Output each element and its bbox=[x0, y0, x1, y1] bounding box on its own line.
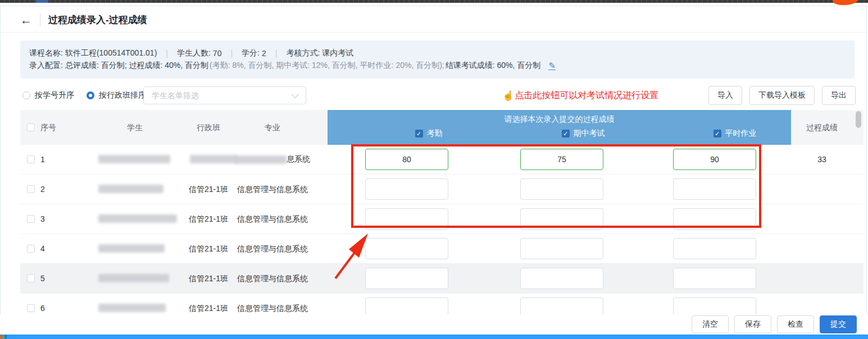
homework-score-input[interactable] bbox=[673, 238, 756, 259]
homework-column-toggle[interactable]: ✓ 平时作业 bbox=[701, 129, 769, 139]
row-checkbox[interactable] bbox=[27, 245, 35, 253]
checkbox-checked-icon[interactable]: ✓ bbox=[714, 130, 721, 138]
config-label: 录入配置: bbox=[29, 61, 63, 71]
major-cell: 信息管理与信息系统 bbox=[228, 264, 317, 293]
major-redacted bbox=[235, 155, 287, 164]
annotation-tip-text: 点击此按钮可以对考试情况进行设置 bbox=[515, 90, 658, 102]
row-checkbox[interactable] bbox=[27, 215, 35, 223]
separator: | bbox=[230, 49, 233, 58]
back-arrow-icon[interactable]: ← bbox=[20, 14, 32, 26]
footer-bar: 清空 保存 检查 提交 bbox=[0, 314, 868, 335]
scrollbar-thumb[interactable] bbox=[856, 111, 861, 128]
course-info-line1: 课程名称: 软件工程(100514T001.01) | 学生人数: 70 | 学… bbox=[29, 48, 846, 58]
export-button[interactable]: 导出 bbox=[822, 86, 856, 105]
major-cell: 信息管理与信息系统 bbox=[228, 234, 317, 263]
separator: | bbox=[275, 49, 278, 58]
homework-score-input[interactable] bbox=[673, 208, 756, 230]
sort-by-class-radio[interactable]: 按行政班排序 bbox=[87, 90, 146, 100]
sort-by-id-radio[interactable]: 按学号升序 bbox=[22, 90, 74, 100]
edit-config-icon[interactable]: ✎ bbox=[548, 62, 556, 70]
major-suffix: 息系统 bbox=[287, 154, 310, 164]
col-header-student: 学生 bbox=[98, 110, 171, 145]
table-row: 2 信管21-1班 信息管理与信息系统 bbox=[20, 175, 864, 204]
browser-top-strip bbox=[0, 0, 868, 3]
row-number: 2 bbox=[40, 175, 45, 204]
student-name-redacted bbox=[98, 185, 163, 193]
radio-checked-icon[interactable] bbox=[87, 91, 94, 99]
attendance-score-input[interactable] bbox=[365, 238, 448, 259]
row-checkbox[interactable] bbox=[27, 304, 35, 312]
pointing-hand-icon: ☝ bbox=[502, 90, 514, 102]
midterm-column-toggle[interactable]: ✓ 期中考试 bbox=[549, 129, 617, 139]
grades-table: 序号 学生 行政班 专业 请选择本次录入提交的过程成绩 ✓ 考勤 ✓ 期中考试 … bbox=[20, 110, 864, 321]
check-button[interactable]: 检查 bbox=[777, 315, 814, 333]
row-number: 4 bbox=[40, 234, 45, 263]
table-body: 1 息系统 33 2 信管21-1班 信息管理与信息系统 bbox=[20, 145, 864, 323]
major-cell: 信息管理与信息系统 bbox=[228, 175, 317, 204]
config-main: 总评成绩: 百分制; 过程成绩: 40%, 百分制 bbox=[65, 61, 208, 71]
checkbox-checked-icon[interactable]: ✓ bbox=[562, 130, 570, 138]
table-row: 3 信管21-1班 信息管理与信息系统 bbox=[20, 204, 864, 234]
credit-label: 学分: bbox=[242, 48, 260, 58]
process-score-total: 33 bbox=[791, 145, 853, 174]
table-row: 4 信管21-1班 信息管理与信息系统 bbox=[20, 234, 864, 264]
homework-score-input[interactable] bbox=[673, 268, 756, 289]
chevron-down-icon bbox=[292, 91, 299, 98]
attendance-column-toggle[interactable]: ✓ 考勤 bbox=[395, 129, 462, 139]
config-final: 结课考试成绩: 60%, 百分制 bbox=[446, 61, 541, 71]
header-divider bbox=[40, 13, 40, 26]
annotation-tip: ☝ 点击此按钮可以对考试情况进行设置 bbox=[502, 85, 658, 106]
exam-type-value: 课内考试 bbox=[322, 48, 353, 58]
student-filter-select[interactable] bbox=[143, 86, 306, 104]
orange-decoration bbox=[832, 0, 858, 6]
col-header-major: 专业 bbox=[228, 110, 317, 145]
col-header-no: 序号 bbox=[40, 110, 56, 145]
bottom-accent-bar bbox=[0, 335, 868, 339]
homework-score-input[interactable] bbox=[673, 149, 756, 170]
table-row: 5 信管21-1班 信息管理与信息系统 bbox=[20, 264, 864, 294]
clear-button[interactable]: 清空 bbox=[692, 315, 729, 333]
exam-type-label: 考核方式: bbox=[286, 48, 320, 58]
page-header: ← 过程成绩录入-过程成绩 bbox=[20, 12, 147, 27]
credit-value: 2 bbox=[262, 49, 266, 58]
midterm-score-input[interactable] bbox=[520, 238, 603, 259]
download-template-button[interactable]: 下载导入模板 bbox=[749, 86, 815, 105]
submit-button[interactable]: 提交 bbox=[820, 315, 857, 333]
midterm-score-input[interactable] bbox=[520, 208, 603, 230]
row-checkbox[interactable] bbox=[27, 185, 35, 193]
student-name-redacted bbox=[98, 214, 177, 223]
midterm-score-input[interactable] bbox=[520, 149, 603, 170]
student-name-redacted bbox=[98, 155, 170, 163]
page-title: 过程成绩录入-过程成绩 bbox=[48, 13, 147, 26]
midterm-column-label: 期中考试 bbox=[574, 129, 605, 139]
midterm-score-input[interactable] bbox=[520, 178, 603, 200]
attendance-score-input[interactable] bbox=[365, 208, 448, 230]
footer-buttons: 清空 保存 检查 提交 bbox=[692, 315, 857, 333]
attendance-score-input[interactable] bbox=[365, 149, 448, 170]
save-button[interactable]: 保存 bbox=[734, 315, 771, 333]
student-name-redacted bbox=[98, 244, 165, 253]
attendance-column-label: 考勤 bbox=[427, 129, 443, 139]
col-header-total: 过程成绩 bbox=[791, 110, 853, 145]
midterm-score-input[interactable] bbox=[520, 268, 603, 289]
major-cell: 信息管理与信息系统 bbox=[228, 204, 317, 233]
major-cell: 息系统 bbox=[228, 145, 317, 174]
row-checkbox[interactable] bbox=[27, 274, 35, 282]
student-name-redacted bbox=[98, 304, 166, 312]
checkbox-checked-icon[interactable]: ✓ bbox=[415, 130, 423, 138]
homework-score-input[interactable] bbox=[673, 178, 756, 200]
attendance-score-input[interactable] bbox=[365, 268, 448, 289]
select-all-checkbox[interactable] bbox=[27, 123, 35, 131]
radio-unchecked-icon[interactable] bbox=[22, 91, 30, 99]
course-name-value: 软件工程(100514T001.01) bbox=[65, 48, 157, 58]
toolbar: 按学号升序 按行政班排序 ☝ 点击此按钮可以对考试情况进行设置 导入 下载导入模… bbox=[20, 85, 856, 106]
import-button[interactable]: 导入 bbox=[708, 86, 742, 105]
student-filter-input[interactable] bbox=[151, 90, 293, 100]
row-checkbox[interactable] bbox=[27, 155, 35, 163]
app-window: ← 过程成绩录入-过程成绩 课程名称: 软件工程(100514T001.01) … bbox=[0, 0, 868, 339]
row-number: 5 bbox=[40, 264, 45, 293]
attendance-score-input[interactable] bbox=[365, 178, 448, 200]
sort-radio-group: 按学号升序 按行政班排序 bbox=[22, 85, 146, 106]
score-group-header: 请选择本次录入提交的过程成绩 ✓ 考勤 ✓ 期中考试 ✓ 平时作业 bbox=[328, 110, 791, 145]
table-header: 序号 学生 行政班 专业 请选择本次录入提交的过程成绩 ✓ 考勤 ✓ 期中考试 … bbox=[20, 110, 864, 145]
